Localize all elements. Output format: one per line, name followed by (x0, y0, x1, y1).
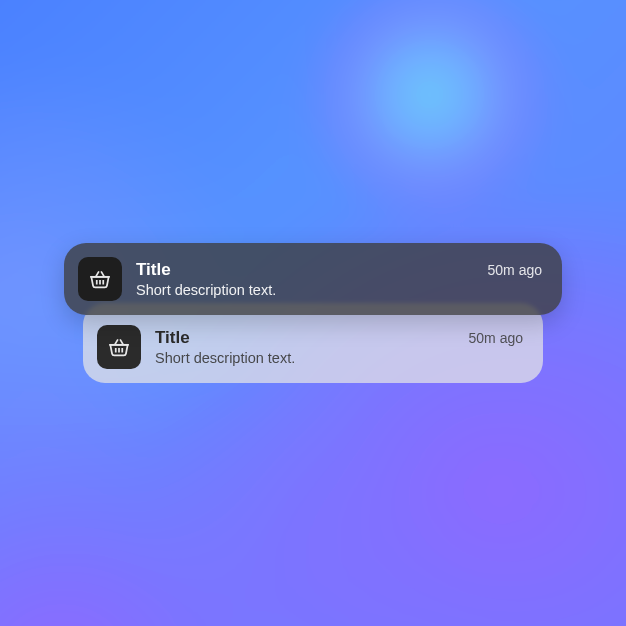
notification-body: Title 50m ago Short description text. (136, 260, 542, 298)
notification-title: Title (155, 328, 190, 348)
notification-description: Short description text. (155, 350, 523, 366)
notification-body: Title 50m ago Short description text. (155, 328, 523, 366)
notification-stack: Title 50m ago Short description text. Ti… (64, 243, 562, 383)
notification-title: Title (136, 260, 171, 280)
notification-description: Short description text. (136, 282, 542, 298)
basket-icon (78, 257, 122, 301)
notification-time: 50m ago (469, 330, 523, 346)
notification-card[interactable]: Title 50m ago Short description text. (83, 303, 543, 383)
notification-time: 50m ago (488, 262, 542, 278)
basket-icon (97, 325, 141, 369)
notification-card[interactable]: Title 50m ago Short description text. (64, 243, 562, 315)
